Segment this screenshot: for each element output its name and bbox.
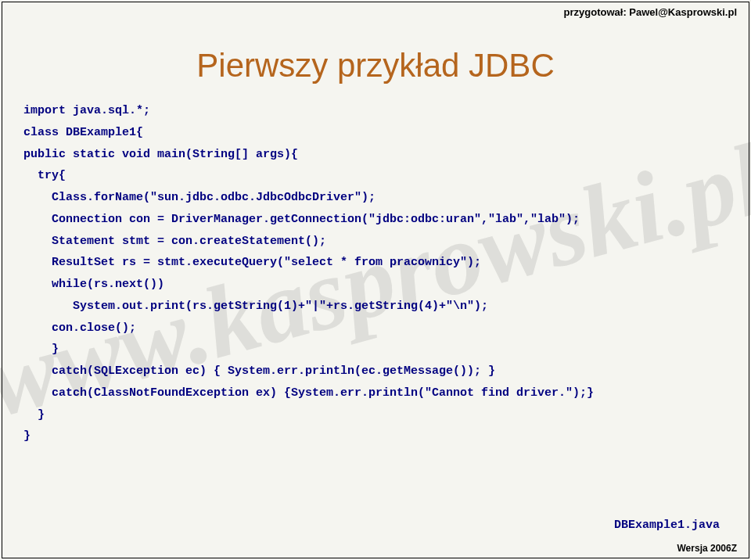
code-line: con.close(); [23,318,751,339]
code-line: public static void main(String[] args){ [23,144,751,166]
code-line: Connection con = DriverManager.getConnec… [23,209,751,231]
code-line: System.out.print(rs.getString(1)+"|"+rs.… [23,296,751,318]
code-line: import java.sql.*; [23,100,751,122]
code-line: try{ [23,165,751,187]
code-line: class DBExample1{ [23,122,751,144]
code-line: while(rs.next()) [23,274,751,296]
code-line: ResultSet rs = stmt.executeQuery("select… [23,252,751,274]
author-header: przygotował: Pawel@Kasprowski.pl [564,6,737,18]
code-line: } [23,425,751,447]
filename-label: DBExample1.java [614,519,720,532]
code-line: Class.forName("sun.jdbc.odbc.JdbcOdbcDri… [23,187,751,209]
version-footer: Wersja 2006Z [677,543,738,554]
code-block: import java.sql.*; class DBExample1{ pub… [0,100,751,447]
code-line: catch(ClassNotFoundException ex) {System… [23,382,751,404]
slide-title: Pierwszy przykład JDBC [0,47,751,84]
code-line: Statement stmt = con.createStatement(); [23,231,751,253]
code-line: } [23,339,751,361]
code-line: catch(SQLException ec) { System.err.prin… [23,361,751,382]
code-line: } [23,404,751,426]
